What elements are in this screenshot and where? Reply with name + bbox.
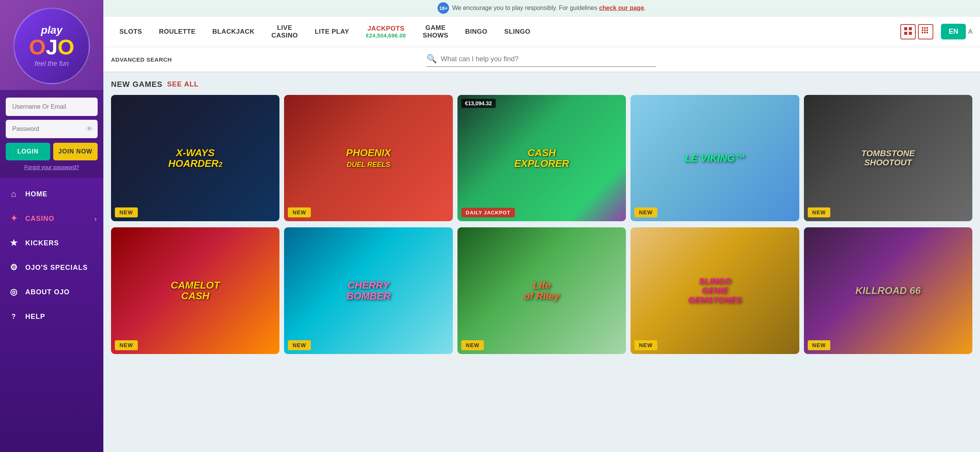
sidebar-item-label-help: HELP [25,313,45,321]
game-card-slingo-genie[interactable]: SLINGOGENIEGEMSTONES NEW [630,227,799,354]
login-button[interactable]: LOGIN [6,143,50,160]
game-badge-new: NEW [634,340,657,350]
search-wrap: 🔍 [426,52,656,67]
sidebar-item-help[interactable]: ? HELP [0,304,103,329]
kickers-icon: ★ [8,237,20,249]
nav-live-casino-sub: CASINO [271,32,298,39]
nav-blackjack[interactable]: BLACKJACK [204,16,263,47]
game-title: Lifeof Riley [521,277,563,305]
home-icon: ⌂ [8,188,20,200]
games-row-1: X-WAYSHOARDER2 NEW PHOENIXDUEL REELS NEW… [111,95,972,221]
nav-lite-play[interactable]: LITE PLAY [306,16,358,47]
forgot-password-link[interactable]: Forgot your password? [6,164,98,170]
svg-rect-11 [924,32,926,33]
game-badge-new: NEW [115,207,138,217]
svg-rect-5 [924,27,926,29]
game-title: CASHEXPLORER [511,144,572,172]
game-card-life-riley[interactable]: Lifeof Riley NEW [457,227,626,354]
game-card-camelot[interactable]: CAMELOTCASH NEW [111,227,279,354]
grid4-icon [922,27,929,35]
about-icon: ◎ [8,286,20,298]
nav-bingo[interactable]: BINGO [457,16,496,47]
logo-ojo-text: OJO [29,36,74,58]
svg-rect-0 [904,27,907,30]
age-badge: 18+ [438,2,449,14]
sidebar-item-label-casino: CASINO [25,215,54,223]
sidebar-item-label-about: ABOUT OJO [25,288,70,296]
casino-icon: ✦ [8,212,20,225]
grid-view-4-button[interactable] [918,24,933,39]
game-title: X-WAYSHOARDER2 [165,144,225,172]
join-button[interactable]: JOIN NOW [53,143,98,160]
topbar-message: We encourage you to play responsibly. Fo… [452,5,597,11]
game-title: CAMELOTCASH [168,277,223,305]
nav-game-shows[interactable]: GAME SHOWS [414,16,457,47]
sidebar-item-casino[interactable]: ✦ CASINO › [0,206,103,231]
nav-game-shows-sub: SHOWS [423,32,448,39]
navbar: SLOTS ROULETTE BLACKJACK LIVE CASINO LIT… [103,16,980,47]
view-toggle [900,24,933,39]
searchbar: ADVANCED SEARCH 🔍 [103,47,980,72]
nav-jackpots-amount: €24,504,696.00 [366,33,406,39]
game-title: SLINGOGENIEGEMSTONES [685,274,745,308]
game-card-phoenix[interactable]: PHOENIXDUEL REELS NEW [284,95,452,221]
svg-rect-1 [909,27,912,30]
sidebar-item-kickers[interactable]: ★ KICKERS [0,231,103,255]
logo-area: play OJO feel the fun [0,0,103,90]
sidebar-item-ojos-specials[interactable]: ⚙ OJO'S SPECIALS [0,255,103,280]
nav-game-shows-label: GAME [425,24,446,32]
help-icon: ? [8,310,20,323]
svg-rect-6 [926,27,928,29]
btn-row: LOGIN JOIN NOW [6,143,98,160]
sidebar-item-about-ojo[interactable]: ◎ ABOUT OJO [0,280,103,304]
svg-rect-4 [922,27,923,29]
search-icon: 🔍 [426,54,437,64]
topbar-end: . [644,5,645,11]
logo-feel-text: feel the fun [34,60,69,68]
nav-roulette[interactable]: ROULETTE [150,16,204,47]
responsible-gambling-link[interactable]: check our page [599,5,644,11]
grid-view-2-button[interactable] [900,24,916,39]
sidebar-item-home[interactable]: ⌂ HOME [0,182,103,206]
game-badge-new: NEW [634,207,657,217]
game-title: PHOENIXDUEL REELS [343,144,394,172]
game-card-killroad[interactable]: KILLROAD 66 NEW [804,227,972,354]
search-input[interactable] [441,55,656,63]
nav-live-casino-label: LIVE [277,24,292,32]
specials-icon: ⚙ [8,261,20,274]
game-badge-new: NEW [115,340,138,350]
logo[interactable]: play OJO feel the fun [13,8,90,84]
language-button[interactable]: EN [941,24,966,39]
nav-slingo[interactable]: SLINGO [496,16,539,47]
game-card-xways[interactable]: X-WAYSHOARDER2 NEW [111,95,279,221]
game-badge-new: NEW [461,340,484,350]
nav-live-casino[interactable]: LIVE CASINO [263,16,306,47]
nav-jackpots[interactable]: JACKPOTS €24,504,696.00 [358,16,414,47]
chevron-right-icon: › [94,214,97,223]
game-badge-daily: DAILY JACKPOT [461,208,515,217]
game-card-le-viking[interactable]: LE VIKING™ NEW [630,95,799,221]
game-badge-new: NEW [288,207,311,217]
eye-icon[interactable]: 👁 [86,125,93,133]
sidebar-item-label-specials: OJO'S SPECIALS [25,264,88,272]
password-wrap: 👁 [6,120,98,138]
game-badge-new: NEW [808,207,831,217]
see-all-link[interactable]: SEE ALL [167,80,199,88]
svg-rect-3 [909,32,912,35]
password-input[interactable] [6,120,98,138]
games-row-2: CAMELOTCASH NEW CHERRYBOMBER NEW Lifeof … [111,227,972,354]
game-card-tombstone[interactable]: TOMBSTONESHOOTOUT NEW [804,95,972,221]
nav-slots[interactable]: SLOTS [111,16,150,47]
game-card-cherry-bomber[interactable]: CHERRYBOMBER NEW [284,227,452,354]
grid2-icon [904,27,912,35]
username-input[interactable] [6,98,98,116]
nav-jackpots-label: JACKPOTS [368,25,405,33]
main-content: 18+ We encourage you to play responsibly… [103,0,980,452]
svg-rect-12 [926,32,928,33]
game-price-tag: €13,094.32 [461,99,496,108]
advanced-search-label[interactable]: ADVANCED SEARCH [111,56,172,63]
game-badge-new: NEW [808,340,831,350]
svg-rect-7 [922,29,923,31]
game-card-cash-explorer[interactable]: CASHEXPLORER €13,094.32 DAILY JACKPOT [457,95,626,221]
game-title: CHERRYBOMBER [343,277,394,305]
